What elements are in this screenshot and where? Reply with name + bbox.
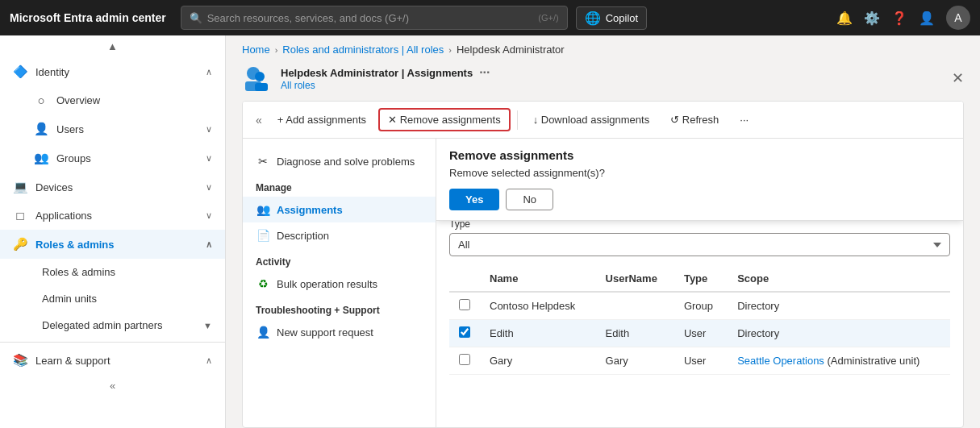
row2-checkbox[interactable] — [459, 326, 470, 338]
main-panel: « + Add assignments ✕ Remove assignments… — [242, 101, 964, 428]
sidebar-label-devices: Devices — [35, 181, 198, 193]
assignments-icon: 👥 — [256, 203, 270, 216]
chevron-up-icon: ∧ — [206, 67, 212, 77]
sidebar-item-applications[interactable]: □ Applications ∨ — [0, 202, 225, 230]
overview-icon: ○ — [34, 93, 48, 107]
collapse-panel-button[interactable]: « — [252, 110, 265, 130]
row1-checkbox[interactable] — [459, 299, 470, 310]
breadcrumb-home[interactable]: Home — [242, 44, 270, 56]
type-filter-select[interactable]: All User Group ServicePrincipal — [449, 233, 950, 256]
search-icon: 🔍 — [190, 12, 202, 24]
header-more-button[interactable]: ··· — [479, 65, 490, 80]
row3-checkbox[interactable] — [459, 354, 470, 365]
sidebar-label-learn: Learn & support — [35, 355, 198, 367]
refresh-button[interactable]: ↺ Refresh — [661, 109, 728, 131]
manage-title: Manage — [243, 174, 436, 197]
diagnose-item[interactable]: ✂ Diagnose and solve problems — [243, 148, 436, 174]
description-label: Description — [277, 230, 329, 242]
toolbar: « + Add assignments ✕ Remove assignments… — [243, 102, 963, 139]
search-bar[interactable]: 🔍 (G+/) — [181, 6, 568, 30]
users-icon: 👤 — [34, 122, 48, 136]
search-input[interactable] — [207, 12, 534, 24]
avatar[interactable]: A — [946, 6, 970, 30]
row3-checkbox-cell — [449, 347, 480, 375]
table-header-row: Name UserName Type Scope — [449, 266, 950, 292]
page-header-text: Helpdesk Administrator | Assignments ···… — [281, 65, 490, 91]
assignments-table: Name UserName Type Scope — [449, 266, 950, 375]
page-title-text: Helpdesk Administrator | Assignments — [281, 67, 473, 79]
chevron-down-icon: ∨ — [206, 124, 212, 135]
description-icon: 📄 — [256, 229, 270, 242]
groups-icon: 👥 — [34, 151, 48, 165]
header-name: Name — [480, 266, 596, 292]
sidebar-label-roles: Roles & admins — [35, 239, 198, 251]
sidebar-label-overview: Overview — [56, 94, 212, 106]
sidebar-label-identity: Identity — [35, 66, 198, 78]
sidebar-item-devices[interactable]: 💻 Devices ∨ — [0, 172, 225, 202]
new-support-label: New support request — [277, 326, 373, 339]
notification-icon[interactable]: 🔔 — [836, 10, 853, 26]
applications-icon: □ — [13, 209, 27, 222]
scroll-up-indicator[interactable]: ▲ — [0, 35, 225, 57]
yes-button[interactable]: Yes — [449, 189, 499, 210]
add-assignments-button[interactable]: + Add assignments — [269, 109, 375, 131]
top-navigation: Microsoft Entra admin center 🔍 (G+/) 🌐 C… — [0, 0, 980, 35]
toolbar-separator — [517, 110, 518, 130]
header-type: Type — [674, 266, 728, 292]
sidebar-item-overview[interactable]: ○ Overview — [0, 86, 225, 114]
row3-name: Gary — [480, 347, 596, 375]
new-support-item[interactable]: 👤 New support request — [243, 319, 436, 345]
row2-scope: Directory — [728, 320, 950, 347]
close-button[interactable]: ✕ — [952, 69, 964, 87]
scope-link[interactable]: Seattle Operations — [737, 355, 824, 367]
sidebar-item-identity[interactable]: 🔷 Identity ∧ — [0, 57, 225, 86]
sidebar-item-roles-admins[interactable]: 🔑 Roles & admins ∧ — [0, 230, 225, 259]
download-assignments-button[interactable]: ↓ Download assignments — [524, 109, 659, 131]
troubleshoot-title: Troubleshooting + Support — [243, 297, 436, 319]
activity-title: Activity — [243, 248, 436, 271]
bulk-results-item[interactable]: ♻ Bulk operation results — [243, 271, 436, 297]
support-icon: 👤 — [256, 326, 270, 339]
sidebar-item-learn-support[interactable]: 📚 Learn & support ∧ — [0, 346, 225, 375]
roles-icon: 🔑 — [13, 237, 27, 251]
page-header-icon — [242, 64, 271, 93]
no-button[interactable]: No — [506, 189, 553, 210]
help-icon[interactable]: ❓ — [891, 10, 907, 26]
sidebar-item-admin-units[interactable]: Admin units — [0, 285, 225, 312]
filter-row: Type All User Group ServicePrincipal — [449, 218, 950, 256]
sidebar-divider — [0, 342, 225, 343]
row2-name: Edith — [480, 320, 596, 347]
feedback-icon[interactable]: 👤 — [919, 10, 935, 26]
assignments-item[interactable]: 👥 Assignments — [243, 197, 436, 222]
dialog-title: Remove assignments — [449, 148, 950, 162]
sidebar-item-groups[interactable]: 👥 Groups ∨ — [0, 143, 225, 172]
breadcrumb: Home › Roles and administrators | All ro… — [226, 35, 980, 60]
sidebar-item-delegated[interactable]: Delegated admin partners ▼ — [0, 312, 225, 339]
sidebar-item-roles-sub[interactable]: Roles & admins — [0, 259, 225, 285]
page-subtitle[interactable]: All roles — [281, 80, 490, 91]
collapse-sidebar-button[interactable]: « — [0, 375, 225, 397]
row2-type: User — [674, 320, 728, 347]
remove-assignments-button[interactable]: ✕ Remove assignments — [378, 108, 511, 131]
row2-checkbox-cell — [449, 320, 480, 347]
sidebar-item-users[interactable]: 👤 Users ∨ — [0, 114, 225, 143]
right-panel: Remove assignments Remove selected assig… — [436, 139, 963, 427]
chevron-down-icon: ∨ — [206, 182, 212, 193]
content-area: Home › Roles and administrators | All ro… — [226, 35, 980, 428]
bulk-results-label: Bulk operation results — [277, 278, 377, 290]
identity-icon: 🔷 — [13, 64, 27, 79]
svg-point-1 — [255, 72, 265, 81]
sidebar-label-users: Users — [56, 123, 198, 135]
settings-icon[interactable]: ⚙️ — [864, 10, 880, 26]
remove-assignments-dialog: Remove assignments Remove selected assig… — [436, 139, 963, 221]
breadcrumb-roles[interactable]: Roles and administrators | All roles — [282, 44, 444, 56]
copilot-icon: 🌐 — [585, 10, 601, 26]
description-item[interactable]: 📄 Description — [243, 222, 436, 248]
breadcrumb-current: Helpdesk Administrator — [457, 44, 565, 56]
breadcrumb-sep-2: › — [448, 45, 452, 55]
helpdesk-admin-icon — [242, 64, 271, 93]
row3-type: User — [674, 347, 728, 375]
copilot-button[interactable]: 🌐 Copilot — [576, 6, 647, 30]
sidebar-label-roles-sub: Roles & admins — [42, 266, 212, 278]
more-options-button[interactable]: ··· — [731, 109, 757, 131]
